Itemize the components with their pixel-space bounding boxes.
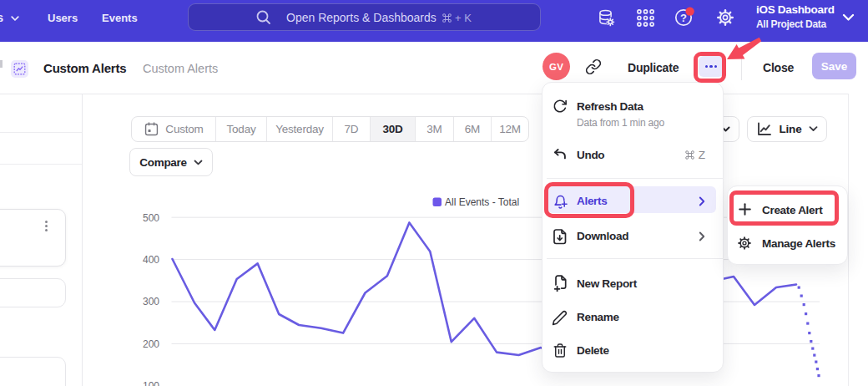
svg-text:100: 100 xyxy=(143,380,159,386)
svg-text:400: 400 xyxy=(143,254,159,266)
svg-text:200: 200 xyxy=(143,338,159,350)
svg-text:500: 500 xyxy=(143,212,159,224)
svg-text:?: ? xyxy=(680,12,687,24)
svg-text:All Events - Total: All Events - Total xyxy=(445,196,519,208)
svg-text:300: 300 xyxy=(143,296,159,307)
